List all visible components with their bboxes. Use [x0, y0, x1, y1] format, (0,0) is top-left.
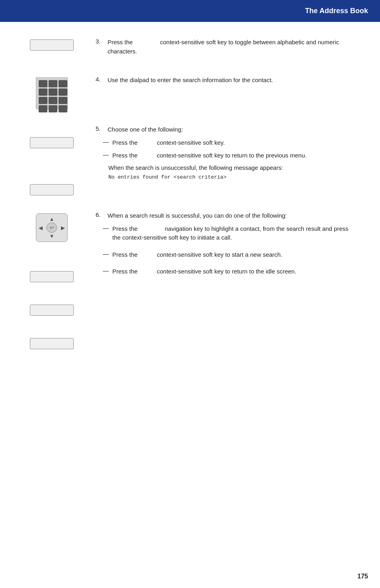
arrow-down-icon: ▼ — [49, 233, 55, 239]
step-5-icon — [20, 125, 84, 195]
dialpad-image — [36, 77, 68, 109]
bullet-dash-5: — — [103, 267, 109, 274]
softkey-button-img — [30, 39, 74, 51]
step-3-icon — [20, 38, 84, 51]
step-5-bullet-1: — Press the context-sensitive soft key. — [103, 138, 356, 147]
bullet-dash-4: — — [103, 250, 109, 257]
main-content: 3. Press the context-sensitive soft key … — [0, 34, 380, 389]
step-4-description: Use the dialpad to enter the search info… — [108, 76, 273, 85]
step-3-content: 3. Press the context-sensitive soft key … — [96, 38, 356, 60]
step-5-softkey-2 — [30, 184, 74, 195]
arrow-right-icon: ▶ — [61, 225, 65, 231]
bullet-text-4: Press the context-sensitive soft key to … — [112, 250, 282, 260]
bullet-text-1: Press the context-sensitive soft key. — [112, 138, 225, 147]
page-header: The Address Book — [0, 0, 380, 22]
bullet-text-5: Press the context-sensitive soft key to … — [112, 267, 296, 276]
step-3-row: 3. Press the context-sensitive soft key … — [20, 38, 356, 60]
step-6-row: ▲ ▼ ◀ ▶ ↩ 6. When a search result is suc… — [20, 211, 356, 349]
step-5-text-block: 5. Choose one of the following: — [96, 125, 356, 134]
bullet-text-2: Press the context-sensitive soft key to … — [112, 151, 307, 160]
step-6-text-block: 6. When a search result is successful, y… — [96, 211, 356, 220]
step-6-softkey-2 — [30, 305, 74, 316]
step-6-softkey-1 — [30, 271, 74, 282]
step-5-content: 5. Choose one of the following: — Press … — [96, 125, 356, 181]
step-5-bullets: — Press the context-sensitive soft key. … — [103, 138, 356, 160]
step-6-content: 6. When a search result is successful, y… — [96, 211, 356, 276]
step-3-number: 3. — [96, 38, 104, 45]
bullet-text-3: Press the navigation key to highlight a … — [112, 224, 356, 242]
step-4-number: 4. — [96, 76, 104, 83]
navkey-image: ▲ ▼ ◀ ▶ ↩ — [36, 213, 68, 242]
step-6-icon: ▲ ▼ ◀ ▶ ↩ — [20, 211, 84, 349]
step-6-bullet-2: — Press the context-sensitive soft key t… — [103, 250, 356, 260]
step-5-bullet-2: — Press the context-sensitive soft key t… — [103, 151, 356, 160]
step-6-description: When a search result is successful, you … — [108, 211, 287, 220]
bullet-dash-3: — — [103, 224, 109, 231]
step-6-softkey-3 — [30, 338, 74, 349]
step-4-text-block: 4. Use the dialpad to enter the search i… — [96, 76, 356, 85]
step-4-row: 4. Use the dialpad to enter the search i… — [20, 76, 356, 109]
step-5-number: 5. — [96, 125, 104, 132]
step-4-content: 4. Use the dialpad to enter the search i… — [96, 76, 356, 89]
bullet-dash-1: — — [103, 138, 109, 145]
page-title: The Address Book — [305, 7, 368, 15]
step-5-code: No entries found for <search criteria> — [108, 174, 226, 180]
page-number: 175 — [357, 573, 368, 580]
arrow-left-icon: ◀ — [39, 225, 43, 231]
step-5-row: 5. Choose one of the following: — Press … — [20, 125, 356, 195]
arrow-up-icon: ▲ — [49, 216, 55, 222]
step-4-icon — [20, 76, 84, 109]
navkey-center-button: ↩ — [47, 222, 57, 233]
page-footer: 175 — [357, 573, 368, 580]
step-3-text-block: 3. Press the context-sensitive soft key … — [96, 38, 356, 56]
step-6-number: 6. — [96, 211, 104, 218]
step-3-description: Press the context-sensitive soft key to … — [108, 38, 356, 56]
step-6-bullets: — Press the navigation key to highlight … — [103, 224, 356, 276]
bullet-dash-2: — — [103, 151, 109, 158]
step-5-softkey-1 — [30, 137, 74, 148]
step-6-bullet-3: — Press the context-sensitive soft key t… — [103, 267, 356, 276]
step-5-description: Choose one of the following: — [108, 125, 183, 134]
step-6-bullet-1: — Press the navigation key to highlight … — [103, 224, 356, 242]
step-5-note: When the search is unsuccessful, the fol… — [108, 163, 356, 181]
